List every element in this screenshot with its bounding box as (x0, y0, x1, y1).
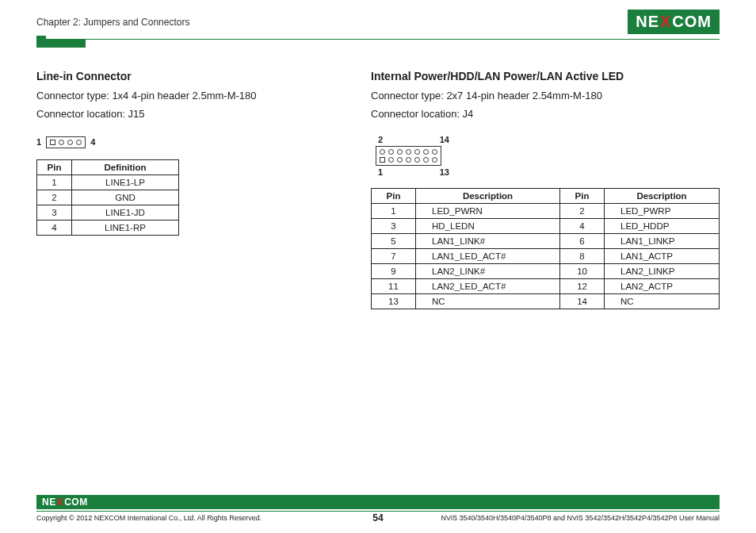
left-spec-type: Connector type: 1x4 4-pin header 2.5mm-M… (36, 89, 342, 104)
table-row: 4LINE1-RP (37, 220, 179, 235)
table-row: 3LINE1-JD (37, 205, 179, 220)
connector-body (376, 146, 441, 166)
table-header-row: Pin Definition (37, 159, 179, 174)
pin-icon (406, 149, 411, 155)
pin-icon (414, 157, 420, 163)
table-row: 9LAN2_LINK#10LAN2_LINKP (372, 263, 720, 278)
pin-icon (414, 149, 420, 155)
left-column: Line-in Connector Connector type: 1x4 4-… (36, 70, 342, 309)
table-header-row: Pin Description Pin Description (372, 188, 720, 203)
pin-icon (388, 157, 394, 163)
col-definition: Definition (72, 159, 179, 174)
table-row: 7LAN1_LED_ACT#8LAN1_ACTP (372, 248, 720, 263)
col-pin: Pin (560, 188, 605, 203)
footer-nexcom-logo: NEXCOM (36, 495, 720, 509)
right-spec-loc: Connector location: J4 (371, 107, 720, 122)
footer: NEXCOM Copyright © 2012 NEXCOM Internati… (0, 495, 756, 522)
left-pin-table: Pin Definition 1LINE1-LP 2GND 3LINE1-JD … (36, 159, 179, 236)
col-pin: Pin (372, 188, 416, 203)
pin-icon (432, 157, 437, 163)
pin-label-1: 1 (378, 167, 383, 177)
pin-4-icon (76, 140, 82, 145)
pin-label-1: 1 (36, 137, 41, 147)
left-spec-loc: Connector location: J15 (36, 107, 342, 122)
copyright-text: Copyright © 2012 NEXCOM International Co… (36, 514, 262, 522)
right-pin-table: Pin Description Pin Description 1LED_PWR… (371, 188, 720, 309)
col-pin: Pin (37, 159, 72, 174)
right-column: Internal Power/HDD/LAN Power/LAN Active … (371, 70, 720, 309)
pin-icon (432, 149, 437, 155)
pin-label-13: 13 (440, 167, 449, 177)
table-row: 3HD_LEDN4LED_HDDP (372, 218, 720, 233)
pin-3-icon (67, 140, 73, 145)
chapter-title: Chapter 2: Jumpers and Connectors (36, 17, 189, 28)
connector-1x4-diagram: 1 4 (36, 136, 342, 148)
pin-1-icon (380, 157, 385, 163)
connector-2x7-diagram: 2 14 (371, 135, 720, 177)
pin-icon (423, 149, 429, 155)
content: Line-in Connector Connector type: 1x4 4-… (0, 48, 756, 309)
table-row: 5LAN1_LINK#6LAN1_LINKP (372, 233, 720, 248)
pin-icon (388, 149, 394, 155)
table-row: 2GND (37, 190, 179, 205)
pin-icon (380, 149, 385, 155)
right-spec-type: Connector type: 2x7 14-pin header 2.54mm… (371, 89, 720, 104)
manual-title: NViS 3540/3540H/3540P4/3540P8 and NViS 3… (441, 514, 720, 522)
header-accent-block (36, 36, 46, 42)
pin-label-4: 4 (90, 137, 95, 147)
col-description: Description (416, 188, 560, 203)
table-row: 13NC14NC (372, 293, 720, 309)
nexcom-logo: NEXCOM (628, 10, 720, 34)
table-row: 1LED_PWRN2LED_PWRP (372, 203, 720, 218)
left-title: Line-in Connector (36, 70, 342, 82)
header: Chapter 2: Jumpers and Connectors NEXCOM (0, 0, 756, 36)
pin-label-14: 14 (440, 135, 449, 144)
pin-icon (406, 157, 411, 163)
connector-body (46, 136, 86, 148)
pin-icon (423, 157, 429, 163)
col-description: Description (605, 188, 720, 203)
pin-icon (397, 149, 403, 155)
pin-icon (397, 157, 403, 163)
pin-1-icon (50, 140, 55, 145)
header-rule (0, 39, 756, 48)
pin-label-2: 2 (378, 135, 383, 144)
page-number: 54 (372, 512, 383, 523)
table-row: 1LINE1-LP (37, 174, 179, 190)
pin-2-icon (59, 140, 64, 145)
right-title: Internal Power/HDD/LAN Power/LAN Active … (371, 70, 720, 82)
table-row: 11LAN2_LED_ACT#12LAN2_ACTP (372, 278, 720, 293)
